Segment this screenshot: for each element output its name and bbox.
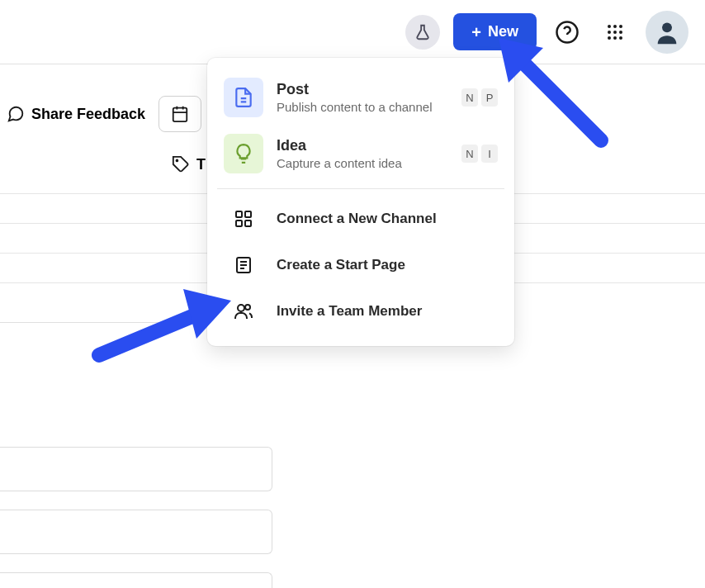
grid-add-icon [234,209,253,229]
plus-icon: + [471,24,481,40]
dropdown-item-text: Post Publish content to a channel [277,80,448,116]
dropdown-item-subtitle: Publish content to a channel [277,99,448,116]
shortcut-keys: N P [461,88,498,107]
card[interactable] [0,572,272,588]
key: N [461,88,478,107]
dropdown-action-label: Create a Start Page [277,257,405,273]
invite-icon-wrap [232,300,255,323]
svg-rect-11 [173,108,187,122]
calendar-button[interactable] [159,96,201,132]
dropdown-action-label: Connect a New Channel [277,211,437,227]
key: N [461,145,478,163]
beaker-icon [414,23,432,41]
tags-label: T [196,156,206,173]
svg-rect-13 [236,211,242,217]
dropdown-action-connect[interactable]: Connect a New Channel [207,196,514,242]
post-icon [233,87,254,108]
dropdown-item-title: Post [277,80,448,99]
calendar-icon [171,105,189,123]
svg-rect-14 [245,211,251,217]
post-icon-wrap [224,78,263,117]
dropdown-item-title: Idea [277,136,448,155]
help-icon [555,20,580,45]
svg-point-9 [619,36,622,40]
svg-point-4 [608,31,611,34]
svg-rect-15 [236,220,242,226]
card[interactable] [0,510,272,554]
svg-point-3 [619,25,622,28]
avatar-button[interactable] [646,11,688,54]
share-feedback-button[interactable]: Share Feedback [7,105,145,123]
tag-icon [172,155,190,173]
new-button[interactable]: + New [453,13,537,50]
dropdown-item-subtitle: Capture a content idea [277,155,448,172]
svg-point-19 [245,305,250,310]
svg-point-6 [619,31,622,34]
svg-point-12 [177,160,178,162]
page-icon [234,255,253,275]
svg-point-10 [662,22,672,32]
chat-icon [7,105,25,123]
dropdown-action-invite[interactable]: Invite a Team Member [207,288,514,334]
team-icon [234,301,253,321]
experiments-button[interactable] [405,15,440,50]
key: I [481,145,498,163]
svg-point-2 [613,25,617,28]
dropdown-item-idea[interactable]: Idea Capture a content idea N I [207,126,514,182]
new-dropdown: Post Publish content to a channel N P Id… [207,58,514,346]
dropdown-divider [217,188,504,189]
apps-grid-icon [605,22,625,42]
svg-point-1 [608,25,611,28]
dropdown-item-post[interactable]: Post Publish content to a channel N P [207,69,514,126]
key: P [481,88,498,107]
svg-point-7 [608,36,611,40]
app-header: + New [0,0,705,64]
svg-point-5 [613,31,617,34]
avatar-icon [653,18,681,46]
dropdown-action-label: Invite a Team Member [277,303,422,320]
svg-point-8 [613,36,617,40]
dropdown-item-text: Idea Capture a content idea [277,136,448,172]
shortcut-keys: N I [461,145,498,163]
lightbulb-icon [233,143,254,164]
card[interactable] [0,447,272,491]
apps-button[interactable] [598,15,632,50]
svg-rect-16 [245,220,251,226]
idea-icon-wrap [224,134,263,173]
new-button-label: New [488,23,518,40]
card-stack [0,447,272,588]
feedback-label: Share Feedback [31,106,145,123]
startpage-icon-wrap [232,254,255,277]
svg-point-18 [238,305,244,311]
dropdown-action-startpage[interactable]: Create a Start Page [207,242,514,288]
channel-icon-wrap [232,207,255,230]
help-button[interactable] [550,15,584,50]
svg-point-0 [557,21,578,42]
